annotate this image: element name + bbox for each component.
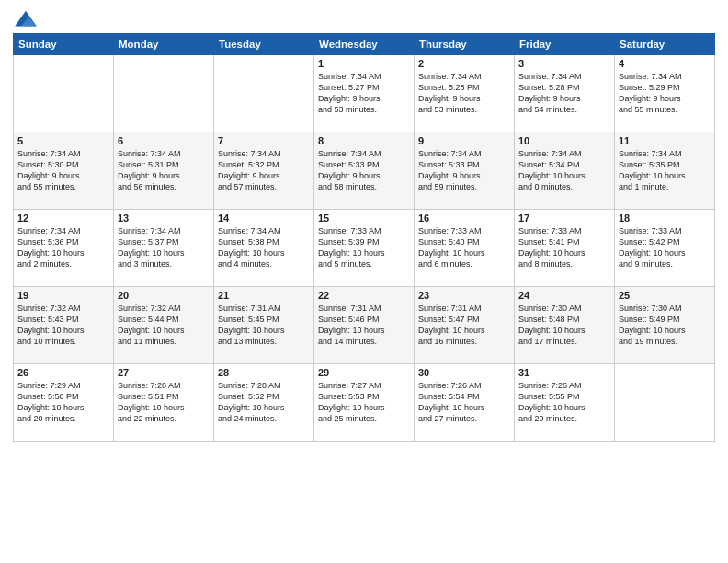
day-info: Sunrise: 7:26 AM Sunset: 5:54 PM Dayligh… — [418, 380, 510, 425]
calendar-cell: 25Sunrise: 7:30 AM Sunset: 5:49 PM Dayli… — [615, 287, 715, 364]
calendar-cell: 24Sunrise: 7:30 AM Sunset: 5:48 PM Dayli… — [515, 287, 615, 364]
calendar-cell: 4Sunrise: 7:34 AM Sunset: 5:29 PM Daylig… — [615, 55, 715, 132]
calendar-cell: 23Sunrise: 7:31 AM Sunset: 5:47 PM Dayli… — [415, 287, 515, 364]
calendar-cell: 12Sunrise: 7:34 AM Sunset: 5:36 PM Dayli… — [14, 210, 114, 287]
day-info: Sunrise: 7:33 AM Sunset: 5:40 PM Dayligh… — [418, 225, 510, 270]
day-number: 11 — [619, 135, 711, 146]
day-number: 28 — [218, 367, 310, 378]
calendar-cell: 17Sunrise: 7:33 AM Sunset: 5:41 PM Dayli… — [515, 210, 615, 287]
day-info: Sunrise: 7:34 AM Sunset: 5:27 PM Dayligh… — [318, 71, 410, 116]
calendar-cell: 20Sunrise: 7:32 AM Sunset: 5:44 PM Dayli… — [114, 287, 214, 364]
calendar-cell: 3Sunrise: 7:34 AM Sunset: 5:28 PM Daylig… — [515, 55, 615, 132]
calendar-cell: 14Sunrise: 7:34 AM Sunset: 5:38 PM Dayli… — [214, 210, 314, 287]
day-number: 31 — [518, 367, 610, 378]
day-number: 29 — [318, 367, 410, 378]
weekday-header-friday: Friday — [515, 34, 615, 55]
day-number: 30 — [418, 367, 510, 378]
calendar-cell: 2Sunrise: 7:34 AM Sunset: 5:28 PM Daylig… — [415, 55, 515, 132]
day-number: 25 — [619, 290, 711, 301]
day-info: Sunrise: 7:33 AM Sunset: 5:39 PM Dayligh… — [318, 225, 410, 270]
day-info: Sunrise: 7:34 AM Sunset: 5:28 PM Dayligh… — [518, 71, 610, 116]
weekday-header-thursday: Thursday — [415, 34, 515, 55]
day-number: 5 — [17, 135, 109, 146]
day-number: 20 — [118, 290, 210, 301]
day-info: Sunrise: 7:34 AM Sunset: 5:34 PM Dayligh… — [518, 148, 610, 193]
calendar-cell: 1Sunrise: 7:34 AM Sunset: 5:27 PM Daylig… — [314, 55, 415, 132]
weekday-header-monday: Monday — [114, 34, 214, 55]
day-number: 27 — [118, 367, 210, 378]
calendar-cell: 9Sunrise: 7:34 AM Sunset: 5:33 PM Daylig… — [415, 132, 515, 210]
day-number: 13 — [118, 213, 210, 224]
header — [13, 9, 715, 29]
weekday-header-saturday: Saturday — [615, 34, 715, 55]
day-info: Sunrise: 7:34 AM Sunset: 5:37 PM Dayligh… — [118, 225, 210, 270]
day-info: Sunrise: 7:27 AM Sunset: 5:53 PM Dayligh… — [318, 380, 410, 425]
calendar-cell — [14, 55, 114, 132]
day-info: Sunrise: 7:34 AM Sunset: 5:29 PM Dayligh… — [619, 71, 711, 116]
calendar-cell: 10Sunrise: 7:34 AM Sunset: 5:34 PM Dayli… — [515, 132, 615, 210]
day-info: Sunrise: 7:32 AM Sunset: 5:44 PM Dayligh… — [118, 303, 210, 348]
calendar-cell: 19Sunrise: 7:32 AM Sunset: 5:43 PM Dayli… — [14, 287, 114, 364]
day-info: Sunrise: 7:34 AM Sunset: 5:33 PM Dayligh… — [318, 148, 410, 193]
logo — [13, 9, 42, 29]
day-info: Sunrise: 7:29 AM Sunset: 5:50 PM Dayligh… — [17, 380, 109, 425]
day-number: 23 — [418, 290, 510, 301]
day-info: Sunrise: 7:30 AM Sunset: 5:49 PM Dayligh… — [619, 303, 711, 348]
day-number: 4 — [619, 58, 711, 69]
calendar-cell: 30Sunrise: 7:26 AM Sunset: 5:54 PM Dayli… — [415, 364, 515, 442]
week-row-5: 26Sunrise: 7:29 AM Sunset: 5:50 PM Dayli… — [14, 364, 715, 442]
day-number: 16 — [418, 213, 510, 224]
calendar-table: SundayMondayTuesdayWednesdayThursdayFrid… — [13, 33, 715, 442]
calendar-cell: 31Sunrise: 7:26 AM Sunset: 5:55 PM Dayli… — [515, 364, 615, 442]
day-info: Sunrise: 7:34 AM Sunset: 5:35 PM Dayligh… — [619, 148, 711, 193]
weekday-header-tuesday: Tuesday — [214, 34, 314, 55]
day-number: 14 — [218, 213, 310, 224]
day-info: Sunrise: 7:34 AM Sunset: 5:28 PM Dayligh… — [418, 71, 510, 116]
day-number: 10 — [518, 135, 610, 146]
calendar-cell: 16Sunrise: 7:33 AM Sunset: 5:40 PM Dayli… — [415, 210, 515, 287]
day-number: 2 — [418, 58, 510, 69]
calendar-cell: 26Sunrise: 7:29 AM Sunset: 5:50 PM Dayli… — [14, 364, 114, 442]
page-container: SundayMondayTuesdayWednesdayThursdayFrid… — [0, 0, 728, 447]
week-row-1: 1Sunrise: 7:34 AM Sunset: 5:27 PM Daylig… — [14, 55, 715, 132]
calendar-cell: 18Sunrise: 7:33 AM Sunset: 5:42 PM Dayli… — [615, 210, 715, 287]
calendar-cell — [214, 55, 314, 132]
day-number: 9 — [418, 135, 510, 146]
calendar-cell: 13Sunrise: 7:34 AM Sunset: 5:37 PM Dayli… — [114, 210, 214, 287]
day-number: 8 — [318, 135, 410, 146]
day-info: Sunrise: 7:31 AM Sunset: 5:47 PM Dayligh… — [418, 303, 510, 348]
calendar-cell — [615, 364, 715, 442]
day-number: 26 — [17, 367, 109, 378]
day-number: 24 — [518, 290, 610, 301]
day-info: Sunrise: 7:28 AM Sunset: 5:51 PM Dayligh… — [118, 380, 210, 425]
day-info: Sunrise: 7:34 AM Sunset: 5:38 PM Dayligh… — [218, 225, 310, 270]
calendar-cell: 21Sunrise: 7:31 AM Sunset: 5:45 PM Dayli… — [214, 287, 314, 364]
calendar-cell: 29Sunrise: 7:27 AM Sunset: 5:53 PM Dayli… — [314, 364, 415, 442]
calendar-cell: 22Sunrise: 7:31 AM Sunset: 5:46 PM Dayli… — [314, 287, 415, 364]
logo-icon — [13, 9, 39, 29]
calendar-cell: 8Sunrise: 7:34 AM Sunset: 5:33 PM Daylig… — [314, 132, 415, 210]
weekday-header-row: SundayMondayTuesdayWednesdayThursdayFrid… — [14, 34, 715, 55]
week-row-2: 5Sunrise: 7:34 AM Sunset: 5:30 PM Daylig… — [14, 132, 715, 210]
day-number: 21 — [218, 290, 310, 301]
day-number: 6 — [118, 135, 210, 146]
day-info: Sunrise: 7:31 AM Sunset: 5:45 PM Dayligh… — [218, 303, 310, 348]
day-info: Sunrise: 7:26 AM Sunset: 5:55 PM Dayligh… — [518, 380, 610, 425]
calendar-cell: 5Sunrise: 7:34 AM Sunset: 5:30 PM Daylig… — [14, 132, 114, 210]
calendar-cell: 27Sunrise: 7:28 AM Sunset: 5:51 PM Dayli… — [114, 364, 214, 442]
day-number: 19 — [17, 290, 109, 301]
calendar-cell: 7Sunrise: 7:34 AM Sunset: 5:32 PM Daylig… — [214, 132, 314, 210]
day-number: 3 — [518, 58, 610, 69]
calendar-cell: 11Sunrise: 7:34 AM Sunset: 5:35 PM Dayli… — [615, 132, 715, 210]
day-number: 18 — [619, 213, 711, 224]
day-number: 1 — [318, 58, 410, 69]
day-info: Sunrise: 7:28 AM Sunset: 5:52 PM Dayligh… — [218, 380, 310, 425]
day-info: Sunrise: 7:34 AM Sunset: 5:36 PM Dayligh… — [17, 225, 109, 270]
day-info: Sunrise: 7:33 AM Sunset: 5:42 PM Dayligh… — [619, 225, 711, 270]
weekday-header-sunday: Sunday — [14, 34, 114, 55]
day-number: 12 — [17, 213, 109, 224]
day-number: 17 — [518, 213, 610, 224]
week-row-4: 19Sunrise: 7:32 AM Sunset: 5:43 PM Dayli… — [14, 287, 715, 364]
day-number: 15 — [318, 213, 410, 224]
calendar-cell: 28Sunrise: 7:28 AM Sunset: 5:52 PM Dayli… — [214, 364, 314, 442]
